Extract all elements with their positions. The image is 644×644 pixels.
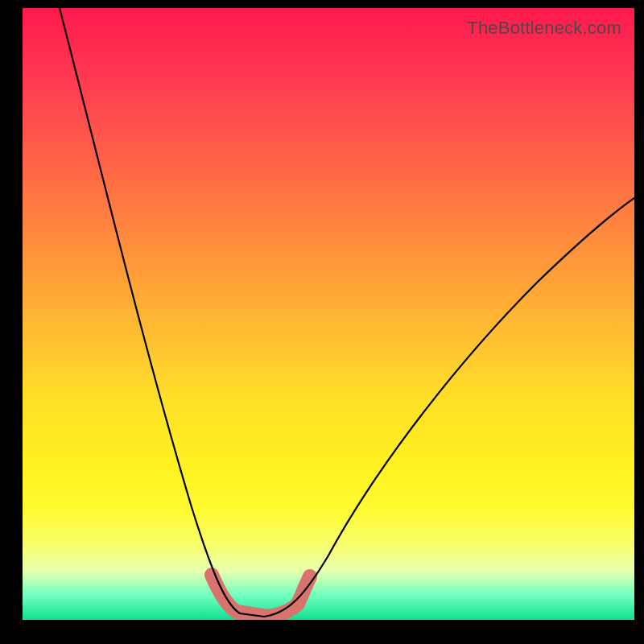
trough-highlight	[212, 575, 310, 617]
bottleneck-curve	[60, 8, 634, 617]
plot-area: TheBottleneck.com	[23, 8, 634, 620]
curve-layer	[23, 8, 634, 620]
chart-frame: TheBottleneck.com	[0, 0, 644, 644]
